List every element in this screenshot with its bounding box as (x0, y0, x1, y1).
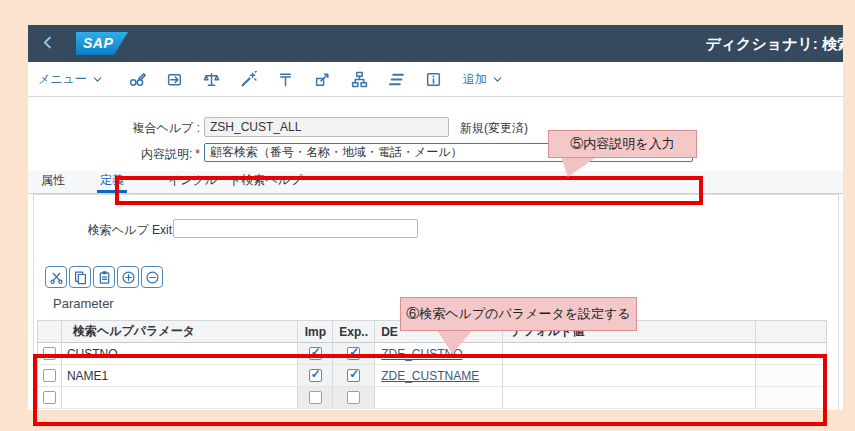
shell-bar: SAP ディクショナリ: 検索 (28, 25, 843, 62)
parameter-section-label: Parameter (53, 296, 114, 311)
cut-button[interactable] (45, 266, 67, 288)
table-row-empty (38, 387, 826, 409)
where-used-list-button[interactable] (277, 70, 295, 88)
imp-checkbox[interactable] (309, 391, 322, 404)
display-change-button[interactable] (129, 70, 147, 88)
layers-icon (388, 71, 405, 88)
row-select-checkbox[interactable] (43, 391, 56, 404)
runtime-object-icon (314, 71, 331, 88)
default-value-cell[interactable] (503, 387, 756, 408)
param-cell[interactable]: CUSTNO (62, 343, 298, 364)
sap-window: SAP ディクショナリ: 検索 メニュー (28, 25, 843, 410)
sap-logo-text: SAP (83, 35, 113, 51)
description-label: 内容説明:* (68, 146, 200, 163)
activate-button[interactable] (240, 70, 258, 88)
tabstrip: 属性 定義 インクルード検索ヘルプ (28, 171, 843, 194)
page-title: ディクショナリ: 検索 (705, 34, 843, 53)
row-select-checkbox[interactable] (43, 347, 56, 360)
chevron-down-icon (92, 74, 103, 85)
paste-button[interactable] (93, 266, 115, 288)
copy-button[interactable] (69, 266, 91, 288)
imp-header: Imp (298, 321, 333, 342)
chevron-down-icon (492, 74, 503, 85)
runtime-object-button[interactable] (314, 70, 332, 88)
menu-button-label: メニュー (38, 71, 87, 88)
hierarchy-display-icon (351, 71, 368, 88)
other-object-icon (166, 71, 183, 88)
callout-6: ⑥検索ヘルプのパラメータを設定する (400, 297, 637, 331)
search-help-exit-label: 検索ヘルプ Exit (68, 222, 172, 239)
filler-cell (756, 343, 826, 364)
delete-row-button[interactable] (141, 266, 163, 288)
information-button[interactable] (425, 70, 443, 88)
minus-circle-icon (145, 270, 160, 285)
tab-definition[interactable]: 定義 (97, 171, 127, 193)
exp-checkbox[interactable] (347, 391, 360, 404)
add-button-label: 追加 (463, 71, 487, 88)
filler-cell (756, 365, 826, 386)
back-button[interactable] (40, 34, 56, 53)
table-edit-toolbar (45, 266, 163, 288)
activate-icon (240, 71, 257, 88)
select-all-header-cell (38, 321, 62, 342)
param-cell[interactable]: NAME1 (62, 365, 298, 386)
insert-row-button[interactable] (117, 266, 139, 288)
filler-header-cell (756, 321, 826, 342)
param-cell[interactable] (62, 387, 298, 408)
data-element-link[interactable]: ZDE_CUSTNAME (381, 369, 479, 383)
table-row: NAME1 ZDE_CUSTNAME (38, 365, 826, 387)
exp-checkbox[interactable] (347, 369, 360, 382)
hierarchy-display-button[interactable] (351, 70, 369, 88)
collective-help-field[interactable] (204, 117, 449, 137)
imp-checkbox[interactable] (309, 369, 322, 382)
consistency-check-button[interactable] (203, 70, 221, 88)
exp-checkbox[interactable] (347, 347, 360, 360)
main-content: メニュー (28, 62, 843, 410)
display-change-icon (129, 71, 146, 88)
row-select-checkbox[interactable] (43, 369, 56, 382)
application-toolbar: メニュー (28, 62, 843, 97)
collective-help-label: 複合ヘルプ : (68, 120, 200, 137)
default-value-cell[interactable] (503, 365, 756, 386)
copy-icon (73, 270, 88, 285)
back-chevron-icon (40, 34, 56, 53)
callout-5: ⑤内容説明を入力 (548, 130, 697, 158)
cut-icon (49, 270, 64, 285)
exp-header: Exp.. (333, 321, 375, 342)
information-icon (425, 71, 442, 88)
where-used-list-icon (277, 71, 294, 88)
paste-icon (97, 270, 112, 285)
menu-button[interactable]: メニュー (38, 71, 103, 88)
plus-circle-icon (121, 270, 136, 285)
toolbar-icon-group (129, 70, 443, 88)
parameter-table: 検索ヘルプパラメータ Imp Exp.. DE デフォルト値 CUSTNO ZD… (37, 320, 827, 409)
sap-logo: SAP (76, 32, 128, 55)
status-text: 新規(変更済) (460, 120, 528, 137)
param-header: 検索ヘルプパラメータ (62, 321, 298, 342)
tab-included-search-helps[interactable]: インクルード検索ヘルプ (165, 171, 305, 193)
description-label-text: 内容説明: (141, 147, 192, 161)
filler-cell (756, 387, 826, 408)
table-row: CUSTNO ZDE_CUSTNO (38, 343, 826, 365)
other-object-button[interactable] (166, 70, 184, 88)
tab-attributes[interactable]: 属性 (38, 171, 68, 193)
layers-button[interactable] (388, 70, 406, 88)
data-element-cell[interactable] (375, 387, 503, 408)
required-marker: * (195, 147, 200, 161)
add-button[interactable]: 追加 (463, 71, 503, 88)
default-value-cell[interactable] (503, 343, 756, 364)
imp-checkbox[interactable] (309, 347, 322, 360)
consistency-check-icon (203, 71, 220, 88)
search-help-exit-field[interactable] (173, 219, 418, 238)
